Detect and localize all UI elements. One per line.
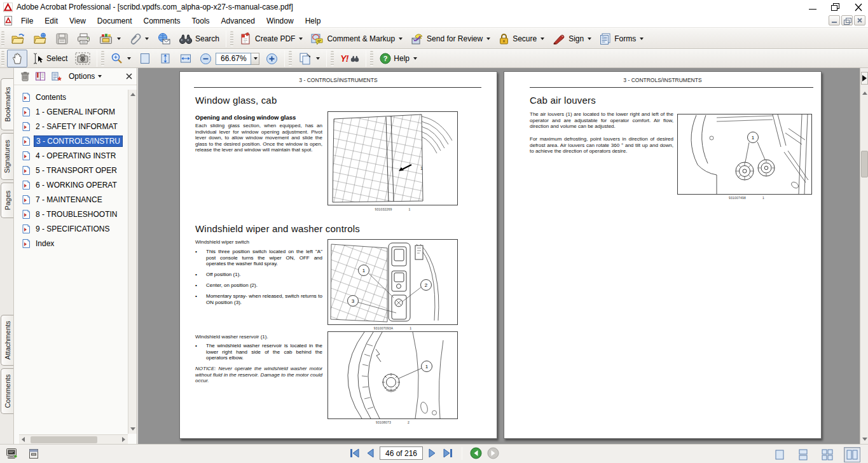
bookmarks-horizontal-scrollbar[interactable] [19,434,128,444]
search-button[interactable]: Search [175,30,223,48]
toolbar-grip[interactable] [1,31,4,46]
bookmark-transport-operations[interactable]: 5 - TRANSPORT OPER [14,163,128,177]
scroll-right-arrow[interactable] [122,437,125,442]
menu-view[interactable]: View [64,15,92,27]
scroll-down-arrow[interactable] [130,427,135,431]
comment-markup-button[interactable]: Comment & Markup [307,30,406,48]
zoom-out-button[interactable] [196,50,216,67]
scroll-down-arrow[interactable] [862,438,867,441]
doc-close-button[interactable] [854,15,865,25]
continuous-view-button[interactable] [796,447,811,462]
tab-comments[interactable]: Comments [1,368,13,414]
page-number-input[interactable] [380,446,423,460]
next-page-button[interactable] [428,448,437,459]
toolbar-grip[interactable] [289,51,292,66]
hand-tool-button[interactable] [7,50,27,67]
search-binoculars-icon [179,32,193,45]
running-header: 3 - CONTROLS/INSTRUMENTS [504,77,821,83]
zoom-in-button[interactable] [262,50,282,67]
fit-width-button[interactable] [176,50,196,67]
continuous-facing-view-button[interactable] [819,447,836,462]
bookmark-controls-instruments[interactable]: 3 - CONTROLS/INSTRU [14,134,128,148]
new-bookmark-icon[interactable] [51,71,62,81]
expand-pane-button[interactable] [861,72,868,85]
open-web-button[interactable] [29,30,52,48]
scroll-up-arrow[interactable] [130,93,135,96]
zoom-tool-button[interactable] [107,50,135,67]
bookmark-troubleshooting[interactable]: 8 - TROUBLESHOOTIN [14,207,128,221]
page-layout-button[interactable] [294,50,324,67]
scroll-left-arrow[interactable] [22,437,25,442]
bookmark-maintenance[interactable]: 7 - MAINTENANCE [14,192,128,207]
menu-comments[interactable]: Comments [138,15,186,27]
email-button[interactable] [153,30,175,48]
toolbar-grip[interactable] [331,51,334,66]
select-tool-button[interactable]: Select [27,50,71,67]
send-for-review-button[interactable]: Send for Review [406,30,494,48]
scroll-up-arrow[interactable] [862,92,867,95]
facing-view-button[interactable] [844,447,860,462]
toolbar-grip[interactable] [1,51,4,66]
toolbar-grip[interactable] [101,51,104,66]
document-pane[interactable]: 3 - CONTROLS/INSTRUMENTS Window glass, c… [138,68,860,444]
tab-pages[interactable]: Pages [1,183,13,218]
tab-signatures[interactable]: Signatures [1,133,13,180]
zoom-level-input[interactable] [216,53,251,65]
sign-button[interactable]: Sign [548,30,595,48]
fit-page-button[interactable] [135,50,155,67]
restore-button[interactable] [831,3,840,11]
zoom-level-dropdown[interactable] [251,53,259,65]
page-tray-icon[interactable] [28,448,39,460]
bookmark-specifications[interactable]: 9 - SPECIFICATIONS [14,221,128,236]
tab-bookmarks[interactable]: Bookmarks [1,78,13,130]
close-panel-button[interactable] [125,73,133,80]
bookmark-contents[interactable]: Contents [14,90,128,104]
menu-help[interactable]: Help [300,15,327,27]
bookmarks-vertical-scrollbar[interactable] [128,90,137,434]
tab-attachments[interactable]: Attachments [1,315,13,366]
forms-button[interactable]: Forms [595,30,647,48]
close-button[interactable] [854,3,863,11]
expand-bookmark-icon[interactable] [35,71,46,81]
doc-restore-button[interactable] [841,15,853,25]
toolbar-grip[interactable] [230,31,233,46]
scrollbar-thumb[interactable] [31,436,97,443]
print-button[interactable] [72,30,95,48]
attach-button[interactable] [125,30,153,48]
menu-edit[interactable]: Edit [39,15,64,27]
menu-file[interactable]: File [15,15,39,27]
bookmark-operating-instructions[interactable]: 4 - OPERATING INSTR [14,148,128,163]
organizer-button[interactable] [95,30,125,48]
previous-view-button[interactable] [470,447,482,459]
toolbar-grip[interactable] [370,51,373,66]
next-view-button[interactable] [487,447,499,459]
menu-advanced[interactable]: Advanced [216,15,261,27]
menu-tools[interactable]: Tools [186,15,216,27]
minimize-button[interactable] [808,3,817,11]
screen-reader-icon[interactable] [5,448,18,460]
bookmark-working-operations[interactable]: 6 - WORKING OPERAT [14,177,128,192]
fit-height-button[interactable] [155,50,176,67]
scrollbar-thumb[interactable] [861,151,868,177]
delete-bookmark-icon[interactable] [20,71,30,81]
doc-minimize-button[interactable] [829,15,840,25]
help-button[interactable]: ? Help [376,50,421,67]
snapshot-tool-button[interactable] [71,50,94,67]
menu-window[interactable]: Window [261,15,300,27]
open-button[interactable] [7,30,29,48]
first-page-button[interactable] [348,448,361,459]
document-vertical-scrollbar[interactable] [860,88,868,444]
options-menu-button[interactable]: Options [67,71,104,82]
create-pdf-button[interactable]: Create PDF [236,30,307,48]
bookmark-general-information[interactable]: 1 - GENERAL INFORM [14,104,128,119]
select-label: Select [46,54,67,63]
yahoo-search-button[interactable]: Y! [336,51,363,66]
last-page-button[interactable] [442,448,454,459]
previous-page-button[interactable] [366,448,375,459]
secure-button[interactable]: Secure [494,30,548,48]
single-page-view-button[interactable] [772,447,787,462]
save-button[interactable] [52,30,72,48]
menu-document[interactable]: Document [92,15,138,27]
bookmark-index[interactable]: Index [14,236,128,251]
bookmark-safety-information[interactable]: 2 - SAFETY INFORMAT [14,119,128,134]
